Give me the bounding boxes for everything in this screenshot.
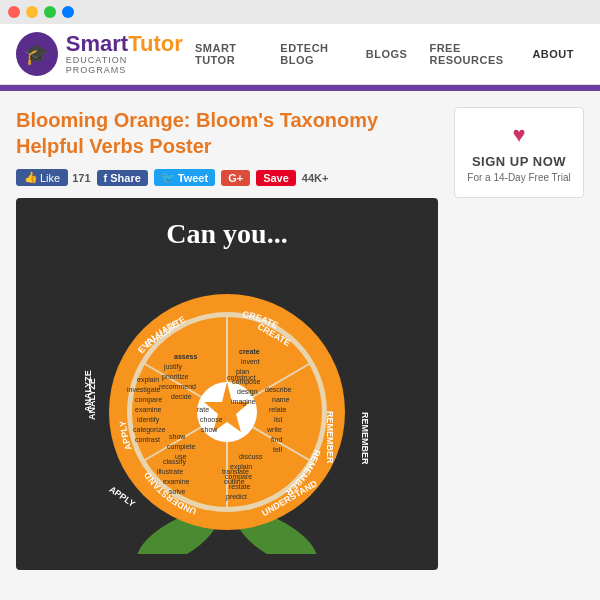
logo-smart: Smart bbox=[66, 31, 128, 56]
like-button[interactable]: 👍 Like bbox=[16, 169, 68, 186]
svg-text:examine: examine bbox=[163, 478, 190, 485]
svg-text:show: show bbox=[169, 433, 186, 440]
browser-bar bbox=[0, 0, 600, 24]
svg-text:explain: explain bbox=[137, 376, 159, 384]
nav-blogs[interactable]: BLOGS bbox=[356, 42, 418, 66]
logo-sub: EDUCATION PROGRAMS bbox=[66, 55, 185, 75]
svg-text:solve: solve bbox=[169, 488, 185, 495]
svg-text:find: find bbox=[271, 436, 282, 443]
svg-text:tell: tell bbox=[273, 446, 282, 453]
minimize-dot[interactable] bbox=[26, 6, 38, 18]
svg-text:predict: predict bbox=[226, 493, 247, 501]
like-count: 171 bbox=[72, 172, 90, 184]
logo-icon: 🎓 bbox=[16, 32, 58, 76]
svg-text:create: create bbox=[239, 348, 260, 355]
nav-about[interactable]: ABOUT bbox=[522, 42, 584, 66]
svg-text:APPLY: APPLY bbox=[107, 484, 137, 509]
tweet-button[interactable]: 🐦 Tweet bbox=[154, 169, 215, 186]
signup-box: ♥ SIGN UP NOW For a 14-Day Free Trial bbox=[454, 107, 584, 198]
svg-text:invent: invent bbox=[241, 358, 260, 365]
share-icon: f bbox=[104, 172, 108, 184]
svg-text:rate: rate bbox=[197, 406, 209, 413]
main-nav: SMART TUTOR EDTECH BLOG BLOGS FREE RESOU… bbox=[185, 36, 584, 72]
gplus-label: G+ bbox=[228, 172, 243, 184]
like-box: 👍 Like 171 bbox=[16, 169, 91, 186]
heart-icon: ♥ bbox=[465, 122, 573, 148]
blooms-diagram: EVALUATE CREATE REMEMBER UNDERST bbox=[67, 264, 387, 554]
svg-text:recommend: recommend bbox=[159, 383, 196, 390]
svg-text:decide: decide bbox=[171, 393, 192, 400]
svg-text:imagine: imagine bbox=[231, 398, 256, 406]
save-count: 44K+ bbox=[302, 172, 329, 184]
nav-edtech-blog[interactable]: EDTECH BLOG bbox=[270, 36, 354, 72]
site-header: 🎓 SmartTutor EDUCATION PROGRAMS SMART TU… bbox=[0, 24, 600, 85]
social-bar: 👍 Like 171 f Share 🐦 Tweet G+ Save 44K+ bbox=[16, 169, 438, 186]
svg-text:prioritize: prioritize bbox=[162, 373, 189, 381]
svg-text:identify: identify bbox=[137, 416, 160, 424]
poster-container: Can you... bbox=[16, 198, 438, 570]
svg-text:list: list bbox=[274, 416, 283, 423]
like-label: Like bbox=[40, 172, 60, 184]
svg-text:relate: relate bbox=[269, 406, 287, 413]
svg-text:outline: outline bbox=[224, 478, 245, 485]
svg-text:choose: choose bbox=[200, 416, 223, 423]
svg-text:compare: compare bbox=[135, 396, 162, 404]
svg-text:ANALYZE: ANALYZE bbox=[87, 378, 97, 420]
svg-text:REMEMBER: REMEMBER bbox=[360, 412, 370, 465]
signup-sub: For a 14-Day Free Trial bbox=[465, 172, 573, 183]
svg-text:complete: complete bbox=[167, 443, 196, 451]
twitter-icon: 🐦 bbox=[161, 171, 175, 184]
svg-text:justify: justify bbox=[163, 363, 182, 371]
logo-tutor: Tutor bbox=[128, 31, 183, 56]
nav-smart-tutor[interactable]: SMART TUTOR bbox=[185, 36, 268, 72]
main-container: Blooming Orange: Bloom's Taxonomy Helpfu… bbox=[0, 91, 600, 586]
svg-text:show: show bbox=[201, 426, 218, 433]
svg-text:use: use bbox=[175, 453, 186, 460]
logo-area: 🎓 SmartTutor EDUCATION PROGRAMS bbox=[16, 32, 185, 76]
close-dot[interactable] bbox=[8, 6, 20, 18]
save-label: Save bbox=[263, 172, 289, 184]
svg-text:assess: assess bbox=[174, 353, 197, 360]
signup-title: SIGN UP NOW bbox=[465, 154, 573, 169]
content-area: Blooming Orange: Bloom's Taxonomy Helpfu… bbox=[16, 107, 438, 570]
maximize-dot[interactable] bbox=[44, 6, 56, 18]
logo-text-area: SmartTutor EDUCATION PROGRAMS bbox=[66, 33, 185, 75]
svg-text:design: design bbox=[237, 388, 258, 396]
svg-text:investigate: investigate bbox=[127, 386, 161, 394]
svg-text:REMEMBER: REMEMBER bbox=[325, 411, 335, 464]
share-button[interactable]: f Share bbox=[97, 170, 148, 186]
svg-text:translate: translate bbox=[222, 468, 249, 475]
svg-text:write: write bbox=[266, 426, 282, 433]
poster-headline: Can you... bbox=[166, 218, 287, 250]
logo-text: SmartTutor bbox=[66, 33, 185, 55]
save-button[interactable]: Save bbox=[256, 170, 296, 186]
svg-text:discuss: discuss bbox=[239, 453, 263, 460]
tweet-label: Tweet bbox=[178, 172, 208, 184]
svg-text:construct: construct bbox=[227, 374, 255, 381]
svg-text:examine: examine bbox=[135, 406, 162, 413]
sidebar: ♥ SIGN UP NOW For a 14-Day Free Trial bbox=[454, 107, 584, 570]
thumbs-up-icon: 👍 bbox=[24, 171, 38, 184]
svg-text:categorize: categorize bbox=[133, 426, 165, 434]
svg-text:illustrate: illustrate bbox=[157, 468, 183, 475]
extra-dot[interactable] bbox=[62, 6, 74, 18]
gplus-button[interactable]: G+ bbox=[221, 170, 250, 186]
svg-text:contrast: contrast bbox=[135, 436, 160, 443]
svg-text:name: name bbox=[272, 396, 290, 403]
page-title: Blooming Orange: Bloom's Taxonomy Helpfu… bbox=[16, 107, 438, 159]
share-label: Share bbox=[110, 172, 141, 184]
svg-text:describe: describe bbox=[265, 386, 292, 393]
nav-free-resources[interactable]: FREE RESOURCES bbox=[419, 36, 520, 72]
